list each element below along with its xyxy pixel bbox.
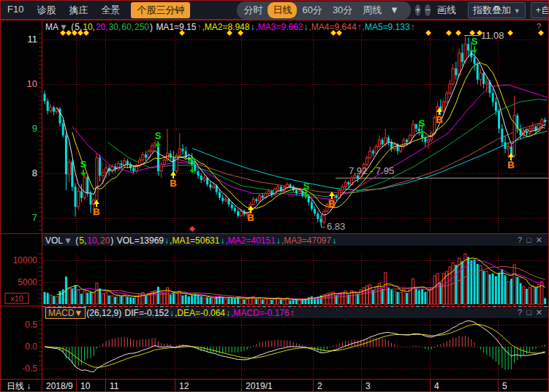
x-axis-label: 2 [317,381,322,391]
period-corner-dropdown[interactable]: 日线 ↓ [7,381,31,391]
candle-body-down [455,69,457,75]
help-icon[interactable]: ? [537,22,541,31]
vol-bar-up [385,273,387,304]
vol-bar-up [366,286,368,304]
candle-body-down [197,171,200,176]
event-diamond-icon [455,30,461,36]
tab-30分[interactable]: 30分 [327,2,357,18]
macd-dropdown[interactable]: MACD▼ [45,307,86,319]
header-segment: ,MA2=8.948 [202,22,249,32]
menu-item-诊股[interactable]: 诊股 [37,4,56,17]
candle-body-up [139,160,141,165]
candle-body-up [369,151,371,158]
header-segment: ↓ [304,22,308,32]
candle-body-up [452,69,454,84]
tab-60分[interactable]: 60分 [297,2,327,18]
header-segment: 20 [100,235,110,246]
zoom-in-button[interactable]: + [415,4,421,16]
vol-bar-down [231,298,233,304]
candle-body-down [86,177,88,194]
vol-bar-down [132,298,135,304]
sell-arrow-icon [306,192,307,195]
vol-bar-down [75,286,77,304]
candle-body-up [458,53,461,75]
index-overlay-dropdown[interactable]: 指数叠加 ▼ [468,2,526,18]
vol-bar-down [482,271,485,304]
vol-bar-up [274,298,276,304]
vol-bar-down [188,296,190,304]
vol-bar-down [495,276,497,304]
vol-bar-up [354,292,356,304]
vol-bar-up [268,298,270,304]
menu-item-F10[interactable]: F10 [7,4,23,17]
buy-signal-label: B [247,212,254,223]
add-watchlist-dropdown[interactable]: +自选 ▼ [531,2,549,18]
vol-bar-down [308,297,310,304]
vol-bar-down [421,289,423,304]
close-icon[interactable]: ✕ [536,308,542,317]
candle-body-down [53,108,55,112]
vol-bar-up [77,290,80,304]
close-icon[interactable]: ✕ [536,235,542,244]
sell-arrow-icon [474,47,475,50]
weekly-dropdown[interactable]: 周线 ▼ [357,2,409,18]
chart-canvas[interactable]: SBSBSBSBSBSB11.087.92 - 7.956.8311109871… [1,1,549,392]
vol-bar-down [170,295,172,304]
dea-line [45,324,545,367]
candle-body-down [75,186,77,206]
vol-bar-down [489,274,491,304]
draw-line-button[interactable]: 画线 [437,4,456,17]
candle-body-down [132,168,135,171]
vol-bar-up [160,292,162,304]
candle-body-down [406,140,408,142]
sell-arrow-icon [419,132,425,135]
candle-body-down [65,135,67,174]
vol-bar-down [292,300,295,304]
x-axis-label: 12 [179,381,189,391]
vol-bar-up [412,279,414,304]
candle-body-down [461,53,463,61]
sell-signal-label: S [472,36,478,47]
header-segment: 20, [96,22,108,32]
candle-body-up [412,124,414,135]
vol-bar-down [191,295,193,304]
header-segment: ↑ [411,22,415,32]
help-icon[interactable]: ? [518,235,522,244]
vol-bar-down [317,297,319,304]
ma-indicator-header[interactable]: MA▼ (5,10,20,30,60,250) MA1=9.15↑,MA2=8.… [45,22,416,32]
vol-bar-up [298,301,300,304]
buy-signal-label: B [328,198,335,209]
zoom-out-button[interactable]: − [425,4,431,16]
help-icon[interactable]: ? [518,308,522,317]
vol-bar-down [382,289,384,304]
vol-indicator-header[interactable]: VOL▼ (5,10,20) VOL=13969↓,MA1=50631↓,MA2… [45,235,337,246]
vol-bar-down [53,296,55,304]
candle-body-up [102,173,104,176]
candle-body-up [142,154,144,159]
candle-body-down [231,205,233,208]
vol-bar-down [397,292,399,304]
vol-bar-down [80,294,83,304]
candle-body-up [375,146,377,153]
tab-日线[interactable]: 日线 [268,2,297,18]
tab-分时[interactable]: 分时 [238,2,268,18]
menu-item-擒庄[interactable]: 擒庄 [69,4,88,17]
vol-bar-down [390,290,393,304]
vol-bar-up [93,293,95,304]
price-axis-label: 9 [32,123,37,134]
menu-item-全景[interactable]: 全景 [101,4,120,17]
vol-bar-up [369,284,371,304]
sell-signal-label: S [303,181,310,192]
header-segment: ( [73,235,78,246]
macd-indicator-header[interactable]: MACD▼(26,12,9) DIF=-0.152↓,DEA=-0.064↓,M… [45,308,295,318]
candle-body-down [80,191,83,197]
candle-body-up [203,178,205,180]
maximize-icon[interactable]: □ [526,235,531,244]
vol-bar-up [531,286,534,304]
stock-3min-button[interactable]: 个股三分钟 [131,2,190,18]
maximize-icon[interactable]: □ [526,308,531,317]
vol-bar-down [255,299,257,304]
macd-axis-label: 0.0 [25,342,37,352]
vol-bar-up [68,287,70,304]
price-axis-label: 11 [28,34,38,45]
